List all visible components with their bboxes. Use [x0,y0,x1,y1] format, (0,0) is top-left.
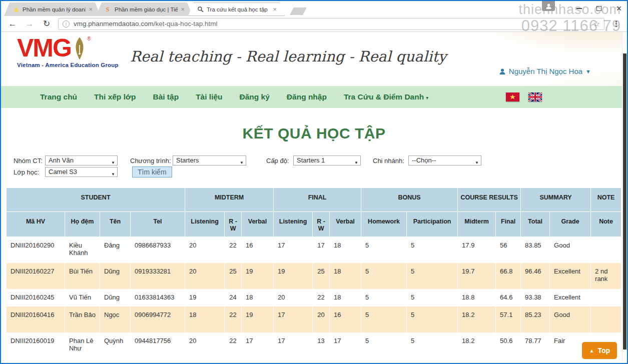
vietnam-flag-icon[interactable] [506,92,519,102]
close-button[interactable]: × [615,5,623,12]
bookmark-star-icon[interactable]: ☆ [593,20,600,28]
table-cell: 83.85 [521,237,550,263]
nav-item-2[interactable]: Thi xếp lớp [94,92,136,102]
logo-subtitle: Vietnam - America Education Group [17,62,119,68]
table-cell: 5 [407,332,458,364]
site-header: VMG ® Vietnam - America Education Group … [1,32,627,86]
orange-s-icon: S [105,6,112,12]
chevron-down-icon: ▼ [111,170,115,177]
nav-item-6[interactable]: Đăng nhập [287,92,327,102]
table-cell: 22 [225,306,242,332]
table-cell: 5 [361,289,407,306]
nhom-ct-value: Anh Văn [49,156,74,164]
table-cell: 18.2 [458,332,496,364]
table-cell: 19.7 [458,263,496,289]
search-button[interactable]: Tìm kiếm [132,166,172,178]
search-icon [197,6,204,12]
table-cell [591,289,621,306]
browser-tab[interactable]: SPhần mềm giáo dục | Tiế× [96,2,193,16]
scroll-top-button[interactable]: ▲ Top [582,342,617,359]
tab-title: Phần mềm quản lý doanh [23,6,86,12]
nav-item-1[interactable]: Trang chủ [40,92,77,102]
table-cell: 18 [242,289,274,306]
tab-title: Tra cứu kết quả học tập [207,6,270,12]
table-cell: 85.23 [521,306,550,332]
table-cell: 96.46 [521,263,550,289]
table-cell: Dũng [100,289,131,306]
table-cell: 18.2 [458,306,496,332]
table-cell: 16 [242,237,274,263]
minimize-button[interactable] [575,5,583,12]
table-cell: 64.6 [496,289,521,306]
tab-close-icon[interactable]: × [181,6,185,12]
table-cell: 22 [225,332,242,364]
nav-item-7[interactable]: Tra Cứu & Điểm Danh▾ [344,92,428,102]
table-cell: Ngọc [100,306,131,332]
nav-item-3[interactable]: Bài tập [153,92,179,102]
page-info-icon[interactable]: i [63,20,70,28]
browser-menu-icon[interactable]: ⋮ [610,20,622,28]
table-cell: 20 [313,306,330,332]
nav-menu: Trang chủThi xếp lớpBài tậpTài liệuĐăng … [1,86,627,108]
table-cell: 5 [361,237,407,263]
table-cell: Good [550,237,591,263]
table-cell: 0919333281 [131,263,185,289]
table-cell: 20 [185,263,225,289]
logo-text: VMG [17,35,71,61]
chevron-down-icon: ▼ [240,158,244,166]
column-header: Listening [185,212,225,237]
nav-item-5[interactable]: Đăng ký [240,92,270,102]
top-button-label: Top [597,346,610,354]
table-cell: 17 [274,237,313,263]
back-button[interactable]: ← [7,19,18,29]
browser-tab[interactable]: Phần mềm quản lý doanh× [4,2,101,16]
cap-do-value: Starters 1 [297,156,325,164]
page-title: KẾT QUẢ HỌC TẬP [1,125,627,142]
chevron-down-icon: ▼ [111,158,115,166]
tab-close-icon[interactable]: × [273,6,277,12]
chi-nhanh-select[interactable]: --Chọn-- ▼ [408,156,481,166]
url-path: /ket-qua-hoc-tap.html [154,20,218,28]
column-header: Tên [100,212,131,237]
table-cell: 19 [185,289,225,306]
lop-hoc-value: Camel S3 [49,168,77,176]
table-cell: 18 [330,289,361,306]
url-bar[interactable]: i vmg.phanmemdaotao.com/ket-qua-hoc-tap.… [58,18,604,30]
page-content: VMG ® Vietnam - America Education Group … [1,32,627,363]
page-scrollbar[interactable] [622,32,627,363]
cap-do-select[interactable]: Starters 1 ▼ [293,156,361,166]
scrollbar-thumb[interactable] [623,54,626,350]
profile-avatar-icon[interactable] [542,1,555,11]
new-tab-button[interactable] [290,8,307,15]
table-cell: 25 [225,263,242,289]
column-group-header: FINAL [274,188,361,212]
table-cell: 17 [313,237,330,263]
uk-flag-icon[interactable] [528,92,542,102]
lop-hoc-select[interactable]: Camel S3 ▼ [45,167,118,177]
column-header: Total [521,212,550,237]
warning-triangle-icon [13,6,20,12]
table-cell: Excellent [550,289,591,306]
table-cell: 18 [185,306,225,332]
window-controls: × [542,1,623,12]
user-menu[interactable]: Nguyễn Thị Ngọc Hoa ▼ [499,67,591,76]
table-cell: 18 [330,263,361,289]
nav-item-4[interactable]: Tài liệu [196,92,222,102]
maximize-button[interactable] [595,5,603,12]
table-cell: 93.38 [521,289,550,306]
chevron-down-icon: ▼ [585,68,591,74]
refresh-button[interactable]: ↻ [41,18,52,29]
column-group-header: COURSE RESULTS [458,188,521,212]
nhom-ct-select[interactable]: Anh Văn ▼ [45,156,118,166]
table-row: DNIII20160019Phan Lê NhưQuỳnh09448177562… [7,332,621,364]
chuong-trinh-select[interactable]: Starters ▼ [173,156,246,166]
vmg-logo[interactable]: VMG ® Vietnam - America Education Group [17,35,119,68]
tab-close-icon[interactable]: × [89,6,93,12]
browser-tab[interactable]: Tra cứu kết quả học tập× [188,2,285,16]
table-cell: 01633814363 [131,289,185,306]
url-text[interactable]: vmg.phanmemdaotao.com/ket-qua-hoc-tap.ht… [74,20,589,28]
table-cell: 0906994772 [131,306,185,332]
chi-nhanh-label: Chi nhánh: [373,156,404,166]
forward-button[interactable]: → [24,19,35,29]
column-header: Homework [361,212,407,237]
